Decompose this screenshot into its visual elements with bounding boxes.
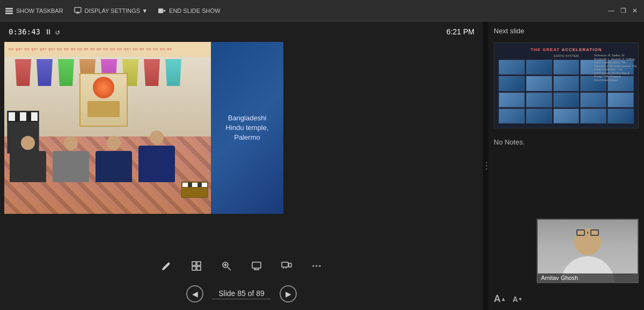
svg-point-24 [313, 265, 314, 267]
maximize-btn[interactable]: ❐ [619, 7, 627, 15]
glasses [576, 229, 599, 236]
head-3 [107, 136, 121, 150]
svg-rect-0 [5, 8, 13, 9]
notes-area: No Notes. [494, 134, 639, 150]
next-slide-content: THE GREAT ACCELERATION EARTH SYSTEM [494, 43, 638, 128]
more-options-btn[interactable] [307, 256, 326, 276]
glasses-bridge [587, 232, 588, 234]
altar [79, 73, 128, 127]
display-settings-label: DISPLAY SETTINGS ▼ [85, 8, 148, 14]
display-settings-btn[interactable]: DISPLAY SETTINGS ▼ [74, 7, 148, 15]
slide-caption-panel: Bangladeshi Hindu temple, Palermo [211, 42, 283, 214]
webcam-name: Amitav Ghosh [538, 273, 638, 282]
chart-16 [499, 109, 525, 124]
next-slide-reference: Reference: W. Steffen, W. Broadgate, L. … [594, 54, 637, 82]
banner-8 [165, 59, 181, 86]
timer-controls: ⏸ ↺ [45, 27, 60, 36]
chart-18 [553, 109, 580, 124]
chart-15 [608, 92, 634, 107]
slide-area: হরে কৃষ্ণ হরে কৃষ্ণ কৃষ্ণ কৃষ্ণ হরে হরে … [0, 42, 483, 251]
main-container: 0:36:43 ⏸ ↺ 6:21 PM [0, 21, 644, 310]
minimize-btn[interactable]: — [608, 7, 615, 15]
keyboard-keys [8, 111, 39, 122]
next-slide-title: THE GREAT ACCELERATION [499, 47, 634, 52]
chart-8 [553, 76, 580, 91]
nav-bar: ◀ Slide 85 of 89 ▶ [0, 281, 483, 310]
pause-btn[interactable]: ⏸ [45, 27, 52, 36]
people-group [10, 131, 175, 182]
person-4 [138, 131, 175, 182]
wall-text-band: হরে কৃষ্ণ হরে কৃষ্ণ কৃষ্ণ কৃষ্ণ হরে হরে … [4, 42, 214, 57]
chart-12 [526, 92, 552, 107]
clock-value: 6:21 PM [447, 27, 474, 36]
person-2 [53, 136, 89, 182]
svg-rect-16 [252, 262, 261, 268]
chart-1 [499, 60, 525, 75]
chart-20 [608, 109, 634, 124]
font-increase-btn[interactable]: A ▲ [494, 293, 506, 305]
chart-3 [553, 60, 580, 75]
next-slide-label: Next slide [494, 27, 639, 35]
next-slide-preview[interactable]: THE GREAT ACCELERATION EARTH SYSTEM [494, 42, 639, 128]
clock-display: 6:21 PM [447, 27, 474, 36]
svg-line-13 [228, 267, 231, 270]
sep-dot-2 [486, 165, 487, 167]
sep-dot-1 [486, 162, 487, 163]
head-4 [150, 131, 164, 145]
reset-btn[interactable]: ↺ [55, 27, 60, 36]
chart-6 [499, 76, 525, 91]
window-controls: — ❐ ✕ [608, 7, 639, 15]
slide-counter: Slide 85 of 89 [212, 289, 271, 299]
svg-point-25 [316, 265, 318, 267]
banner-7 [144, 59, 160, 86]
deity-figure [93, 77, 114, 98]
separator-dots [486, 162, 487, 170]
body-4 [138, 146, 175, 182]
svg-rect-5 [76, 13, 79, 13]
font-controls: A ▲ A ▼ [494, 289, 639, 305]
altar-base [87, 101, 120, 117]
webcam-video [538, 220, 638, 282]
monitor-btn[interactable] [277, 256, 296, 276]
sep-dot-3 [486, 168, 487, 170]
show-taskbar-btn[interactable]: SHOW TASKBAR [5, 7, 63, 15]
svg-rect-21 [289, 263, 291, 267]
prev-slide-btn[interactable]: ◀ [186, 285, 203, 302]
glasses-lenses [576, 229, 599, 236]
zoom-btn[interactable] [217, 256, 236, 276]
banner-2 [36, 59, 53, 86]
titlebar: SHOW TASKBAR DISPLAY SETTINGS ▼ END SLID… [0, 0, 644, 21]
svg-point-26 [319, 265, 321, 267]
harmonium-keys [182, 182, 208, 188]
lens-right [590, 229, 599, 236]
head-1 [21, 136, 35, 150]
screen-btn[interactable] [247, 256, 266, 276]
banner-1 [15, 59, 31, 86]
person-3 [96, 136, 132, 182]
timer-display: 0:36:43 ⏸ ↺ [9, 27, 60, 36]
slide-toolbar [0, 251, 483, 281]
harmonium [181, 182, 208, 198]
next-slide-btn[interactable]: ▶ [280, 285, 297, 302]
person-1 [10, 136, 46, 182]
panel-separator[interactable] [484, 21, 488, 310]
svg-rect-11 [197, 266, 201, 270]
close-btn[interactable]: ✕ [631, 7, 639, 15]
webcam-container: Amitav Ghosh [537, 219, 639, 283]
chart-17 [526, 109, 552, 124]
end-slideshow-btn[interactable]: END SLIDE SHOW [158, 7, 220, 15]
left-panel: 0:36:43 ⏸ ↺ 6:21 PM [0, 21, 484, 310]
show-taskbar-label: SHOW TASKBAR [16, 8, 63, 14]
body-1 [10, 151, 46, 182]
svg-rect-20 [282, 262, 288, 267]
grid-view-btn[interactable] [187, 256, 206, 276]
pen-tool-btn[interactable] [157, 256, 176, 276]
right-panel: Next slide THE GREAT ACCELERATION EARTH … [488, 21, 644, 310]
slide-photo: হরে কৃষ্ণ হরে কৃষ্ণ কৃষ্ণ কৃষ্ণ হরে হরে … [4, 42, 283, 214]
font-decrease-btn[interactable]: A ▼ [513, 295, 523, 304]
svg-rect-3 [74, 7, 80, 12]
svg-rect-8 [192, 262, 196, 265]
body-3 [96, 151, 132, 182]
chart-13 [553, 92, 580, 107]
lens-left [576, 229, 585, 236]
